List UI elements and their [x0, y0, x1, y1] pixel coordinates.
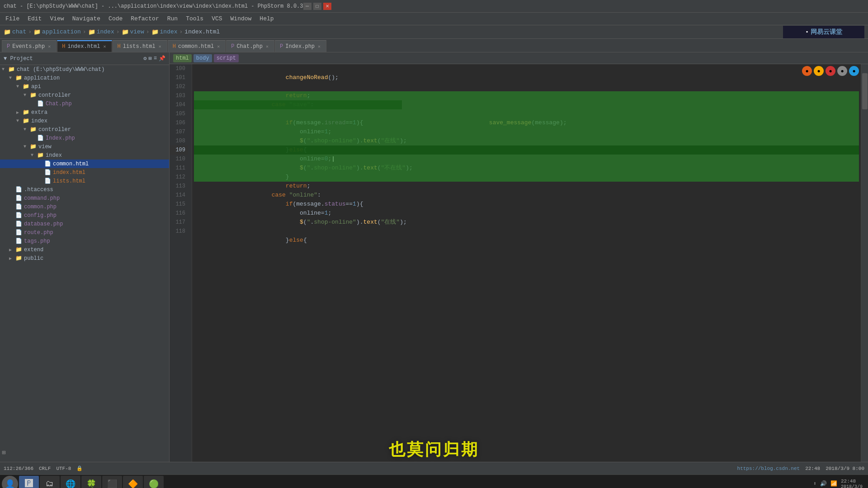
tree-item-api-controller[interactable]: ▼ 📁 controller — [0, 91, 169, 99]
menu-file[interactable]: File — [2, 14, 23, 23]
breadcrumb-item-chat[interactable]: 📁 chat — [4, 28, 26, 36]
tree-item-indexhtml[interactable]: 📄 index.html — [0, 168, 169, 177]
sidebar-icon-settings[interactable]: ≡ — [154, 55, 157, 62]
tree-item-extra[interactable]: ▶ 📁 extra — [0, 108, 169, 117]
tree-label-commandphp: command.php — [24, 195, 60, 202]
close-tab-index[interactable]: ✕ — [102, 43, 107, 50]
sidebar-bottom-icon[interactable]: ⊞ — [2, 449, 5, 456]
menu-tools[interactable]: Tools — [182, 14, 207, 23]
menu-code[interactable]: Code — [105, 14, 126, 23]
scrollbar-thumb[interactable] — [862, 73, 868, 109]
taskbar-app4[interactable]: 🍀 — [81, 476, 101, 488]
status-crlf: CRLF — [39, 466, 51, 471]
code-path-body[interactable]: body — [193, 54, 212, 62]
tree-item-chatphp[interactable]: 📄 Chat.php — [0, 99, 169, 108]
tree-item-api[interactable]: ▼ 📁 api — [0, 82, 169, 91]
tree-label-public: public — [24, 255, 43, 262]
code-path-html[interactable]: html — [173, 54, 192, 62]
right-scrollbar[interactable] — [861, 64, 868, 462]
top-icon-orange[interactable]: ● — [802, 66, 812, 76]
close-button[interactable]: ✕ — [323, 3, 331, 10]
top-icon-red[interactable]: ● — [826, 66, 835, 76]
sidebar-icon-pin[interactable]: 📌 — [159, 55, 165, 62]
linenum-104: 104 — [170, 100, 188, 109]
tree-item-index-folder[interactable]: ▼ 📁 index — [0, 117, 169, 125]
menu-vcs[interactable]: VCS — [208, 14, 226, 23]
tree-item-configphp[interactable]: 📄 config.php — [0, 211, 169, 220]
status-lock-icon: 🔒 — [76, 465, 83, 471]
tree-item-databasephp[interactable]: 📄 database.php — [0, 220, 169, 228]
taskbar-browser[interactable]: 🌐 — [61, 476, 80, 488]
tree-item-commonhtml[interactable]: 📄 common.html — [0, 160, 169, 168]
tree-item-index-controller[interactable]: ▼ 📁 controller — [0, 125, 169, 134]
maximize-button[interactable]: □ — [313, 3, 321, 10]
close-tab-lists[interactable]: ✕ — [158, 43, 162, 50]
menu-view[interactable]: View — [46, 14, 67, 23]
taskbar-filemanager[interactable]: 🗂 — [40, 476, 60, 488]
close-tab-common[interactable]: ✕ — [216, 43, 221, 50]
menu-edit[interactable]: Edit — [24, 14, 45, 23]
tree-item-chat-root[interactable]: ▼ 📁 chat (E:\phpStudy\WWW\chat) — [0, 65, 169, 74]
tree-item-htaccess[interactable]: 📄 .htaccess — [0, 185, 169, 194]
tree-item-commandphp[interactable]: 📄 command.php — [0, 194, 169, 202]
tree-item-application[interactable]: ▼ 📁 application — [0, 74, 169, 82]
menu-help[interactable]: Help — [256, 14, 277, 23]
breadcrumb-item-view[interactable]: 📁 view — [122, 28, 144, 36]
breadcrumb-item-index2[interactable]: 📁 index — [151, 28, 178, 36]
tree-item-view[interactable]: ▼ 📁 view — [0, 142, 169, 151]
tree-item-listshtml[interactable]: 📄 lists.html — [0, 177, 169, 185]
sidebar-icon-gear[interactable]: ⚙ — [143, 55, 146, 62]
close-tab-events[interactable]: ✕ — [47, 43, 52, 50]
tree-item-view-index[interactable]: ▼ 📁 index — [0, 151, 169, 160]
breadcrumb-sep1: › — [28, 28, 32, 35]
folder-icon5: 📁 — [151, 28, 159, 36]
taskbar-phpstorm[interactable]: 🅿 — [19, 476, 39, 488]
code-line-113: case "online": — [194, 182, 859, 191]
minimize-button[interactable]: ─ — [303, 3, 311, 10]
tab-eventsphp[interactable]: P Events.php ✕ — [2, 40, 57, 52]
linenum-118: 118 — [170, 227, 188, 236]
brand-logo: ▪ 网易云课堂 — [783, 26, 864, 38]
code-content[interactable]: changeNoRead(); return; case "save": — [192, 64, 861, 462]
top-icon-gray[interactable]: ● — [837, 66, 847, 76]
window-controls[interactable]: ─ □ ✕ — [303, 3, 331, 10]
taskbar-app6[interactable]: 🔶 — [123, 476, 143, 488]
tree-label-commonphp: common.php — [24, 204, 57, 210]
tree-item-tagsphp[interactable]: 📄 tags.php — [0, 237, 169, 245]
sidebar-icon-expand[interactable]: ⊞ — [149, 55, 152, 62]
menu-window[interactable]: Window — [227, 14, 255, 23]
breadcrumb-item-index[interactable]: 📁 index — [88, 28, 114, 36]
taskbar-avatar[interactable]: 👤 — [2, 476, 18, 488]
top-icon-yellow[interactable]: ● — [814, 66, 824, 76]
close-tab-indexphp[interactable]: ✕ — [317, 43, 321, 50]
menu-navigate[interactable]: Navigate — [69, 14, 104, 23]
code-editor[interactable]: 100 101 102 103 104 105 106 107 108 109 … — [170, 64, 868, 462]
tree-item-commonphp[interactable]: 📄 common.php — [0, 202, 169, 211]
status-url: https://blog.csdn.net — [737, 466, 800, 471]
close-tab-chat[interactable]: ✕ — [265, 43, 269, 50]
linenum-108: 108 — [170, 136, 188, 145]
tab-chatphp[interactable]: P Chat.php ✕ — [226, 40, 274, 52]
tab-indexphp[interactable]: P Index.php ✕ — [275, 40, 326, 52]
tab-indexhtml[interactable]: H index.html ✕ — [57, 40, 112, 52]
menu-refactor[interactable]: Refactor — [127, 14, 162, 23]
menu-run[interactable]: Run — [164, 14, 181, 23]
tab-label-common: common.html — [178, 43, 214, 50]
taskbar-app7[interactable]: 🟢 — [144, 476, 164, 488]
tree-item-public[interactable]: ▶ 📁 public — [0, 254, 169, 263]
breadcrumb-item-indexhtml[interactable]: index.html — [184, 28, 220, 35]
code-line-104: save_message(message); — [194, 100, 859, 109]
app6-icon: 🔶 — [128, 479, 138, 488]
code-line-115: online=1; — [194, 200, 859, 209]
tree-item-extend[interactable]: ▶ 📁 extend — [0, 245, 169, 254]
taskbar-terminal[interactable]: ⬛ — [102, 476, 122, 488]
tree-item-routephp[interactable]: 📄 route.php — [0, 228, 169, 237]
tree-item-indexphp[interactable]: 📄 Index.php — [0, 134, 169, 142]
top-icon-blue[interactable]: ● — [849, 66, 859, 76]
sidebar-title: ▼ Project — [4, 56, 33, 62]
tab-commonhtml[interactable]: H common.html ✕ — [168, 40, 226, 52]
breadcrumb-item-application[interactable]: 📁 application — [33, 28, 81, 36]
tab-listshtml[interactable]: H lists.html ✕ — [113, 40, 167, 52]
code-path-script[interactable]: script — [214, 54, 239, 62]
linenum-110: 110 — [170, 155, 188, 164]
